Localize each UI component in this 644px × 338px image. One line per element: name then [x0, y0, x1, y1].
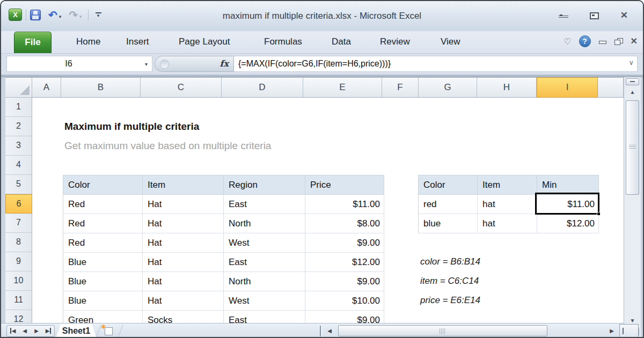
- scroll-right-icon[interactable]: ▶: [606, 325, 617, 337]
- cell[interactable]: Hat: [143, 253, 224, 272]
- row-header-9[interactable]: 9: [5, 252, 32, 271]
- formula-bar-handle-icon[interactable]: [160, 60, 169, 69]
- select-all-button[interactable]: [5, 77, 32, 98]
- vertical-split-handle[interactable]: [626, 78, 639, 85]
- cell[interactable]: East: [224, 311, 305, 323]
- row-header-4[interactable]: 4: [5, 156, 32, 175]
- header-cell[interactable]: Item: [143, 175, 224, 195]
- cell[interactable]: Green: [63, 311, 143, 323]
- tab-page-layout[interactable]: Page Layout: [179, 36, 230, 47]
- name-box-dropdown-icon[interactable]: ▾: [145, 61, 148, 67]
- restore-window-icon[interactable]: [590, 12, 599, 19]
- cell[interactable]: Red: [63, 214, 143, 233]
- row-header-3[interactable]: 3: [5, 136, 32, 156]
- column-header-a[interactable]: A: [32, 77, 61, 98]
- tab-view[interactable]: View: [441, 36, 460, 47]
- cell[interactable]: $9.00: [305, 233, 384, 253]
- row-header-2[interactable]: 2: [5, 117, 32, 136]
- minimize-window-icon[interactable]: [559, 13, 568, 18]
- header-cell[interactable]: Color: [419, 175, 478, 195]
- first-sheet-button[interactable]: ◀: [7, 326, 19, 336]
- tab-formulas[interactable]: Formulas: [264, 36, 302, 47]
- cell[interactable]: blue: [419, 214, 478, 233]
- tab-file[interactable]: File: [14, 32, 52, 53]
- cell[interactable]: East: [224, 195, 305, 214]
- column-header-i-selected[interactable]: I: [537, 77, 598, 98]
- cell[interactable]: Blue: [63, 272, 143, 291]
- row-header-8[interactable]: 8: [5, 233, 32, 252]
- name-box[interactable]: I6 ▾: [6, 56, 152, 72]
- heart-icon[interactable]: ♡: [564, 36, 571, 47]
- range-note-cell[interactable]: color = B6:B14: [420, 252, 480, 271]
- cell[interactable]: Blue: [63, 253, 143, 272]
- cell[interactable]: $9.00: [305, 272, 384, 291]
- row-header-12[interactable]: 12: [5, 310, 32, 323]
- row-header-1[interactable]: 1: [5, 98, 32, 117]
- last-sheet-button[interactable]: ▶: [42, 326, 54, 336]
- close-workbook-icon[interactable]: ✕: [631, 38, 638, 45]
- column-header-g[interactable]: G: [419, 77, 477, 98]
- insert-function-icon[interactable]: fx: [220, 58, 229, 69]
- tab-split-handle[interactable]: [320, 326, 322, 336]
- fill-handle[interactable]: [597, 212, 601, 216]
- cell[interactable]: Hat: [143, 195, 224, 214]
- header-cell[interactable]: Item: [478, 175, 537, 195]
- expand-formula-bar-icon[interactable]: ∨: [628, 58, 634, 67]
- tab-review[interactable]: Review: [380, 36, 410, 47]
- header-cell[interactable]: Price: [305, 175, 384, 195]
- cell[interactable]: Blue: [63, 291, 143, 311]
- row-header-7[interactable]: 7: [5, 214, 32, 233]
- close-window-icon[interactable]: ✕: [620, 12, 628, 19]
- horizontal-scroll-thumb[interactable]: [338, 325, 547, 336]
- column-header-e[interactable]: E: [303, 77, 382, 98]
- worksheet-area[interactable]: Maximum if multiple criteria Get maximum…: [32, 98, 624, 323]
- header-cell[interactable]: Region: [224, 175, 305, 195]
- header-cell[interactable]: Color: [63, 175, 143, 195]
- cell[interactable]: Hat: [143, 272, 224, 291]
- range-note-cell[interactable]: item = C6:C14: [420, 271, 479, 291]
- cell[interactable]: $10.00: [305, 291, 384, 311]
- scroll-left-icon[interactable]: ◀: [324, 325, 335, 337]
- column-header-d[interactable]: D: [222, 77, 303, 98]
- cell[interactable]: West: [224, 233, 305, 253]
- cell[interactable]: $11.00: [305, 195, 384, 214]
- cell[interactable]: North: [224, 272, 305, 291]
- vertical-scroll-thumb[interactable]: [626, 100, 639, 195]
- cell[interactable]: North: [224, 214, 305, 233]
- worksheet-title-cell[interactable]: Maximum if multiple criteria: [64, 117, 199, 136]
- next-sheet-button[interactable]: ▶: [31, 326, 42, 336]
- cell[interactable]: Red: [63, 195, 143, 214]
- cell[interactable]: Hat: [143, 233, 224, 253]
- sheet-tab-sheet1[interactable]: Sheet1: [56, 324, 97, 338]
- cell[interactable]: red: [419, 195, 478, 214]
- row-header-11[interactable]: 11: [5, 291, 32, 310]
- cell[interactable]: Hat: [143, 291, 224, 311]
- column-header-h[interactable]: H: [477, 77, 537, 98]
- tab-insert[interactable]: Insert: [126, 36, 149, 47]
- vertical-scrollbar[interactable]: ▲ ▼: [624, 77, 641, 338]
- cell[interactable]: Hat: [143, 214, 224, 233]
- cell[interactable]: East: [224, 253, 305, 272]
- scroll-up-icon[interactable]: ▲: [626, 87, 639, 98]
- minimize-workbook-icon[interactable]: [598, 38, 607, 45]
- restore-workbook-icon[interactable]: [614, 38, 623, 45]
- cell[interactable]: $9.00: [305, 311, 384, 323]
- column-header-b[interactable]: B: [61, 77, 141, 98]
- scrollbar-corner-handle[interactable]: [619, 324, 639, 337]
- cell[interactable]: $12.00: [305, 253, 384, 272]
- cell[interactable]: $8.00: [305, 214, 384, 233]
- tab-data[interactable]: Data: [332, 36, 351, 47]
- insert-worksheet-button[interactable]: ✱: [102, 326, 113, 335]
- previous-sheet-button[interactable]: ◀: [19, 326, 31, 336]
- column-header-partial[interactable]: [598, 77, 624, 98]
- cell[interactable]: $12.00: [537, 214, 599, 233]
- cell[interactable]: hat: [478, 214, 537, 233]
- worksheet-subtitle-cell[interactable]: Get maximum value based on multiple crit…: [64, 136, 271, 156]
- header-cell[interactable]: Min: [537, 175, 599, 195]
- formula-input[interactable]: {=MAX(IF(color=G6,IF(item=H6,price)))} ∨: [233, 56, 638, 72]
- cell[interactable]: Red: [63, 233, 143, 253]
- tab-home[interactable]: Home: [76, 36, 100, 47]
- row-header-6-selected[interactable]: 6: [5, 194, 32, 214]
- cell[interactable]: West: [224, 291, 305, 311]
- column-header-f[interactable]: F: [382, 77, 419, 98]
